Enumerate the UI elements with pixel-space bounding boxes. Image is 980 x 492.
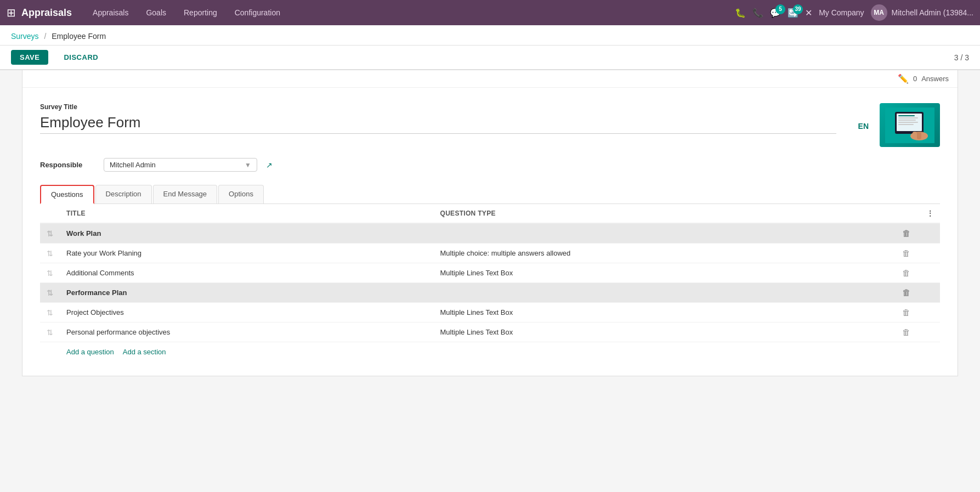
breadcrumb-bar: Surveys / Employee Form bbox=[0, 25, 980, 46]
drag-handle-icon[interactable]: ⇅ bbox=[47, 269, 53, 278]
drag-cell[interactable]: ⇅ bbox=[40, 283, 60, 303]
tab-end-message[interactable]: End Message bbox=[153, 185, 218, 203]
survey-header: Survey Title EN bbox=[40, 103, 940, 147]
answers-label: Answers bbox=[921, 75, 949, 83]
responsible-value: Mitchell Admin bbox=[110, 161, 240, 169]
delete-icon[interactable]: 🗑 bbox=[899, 267, 914, 279]
drag-cell[interactable]: ⇅ bbox=[40, 263, 60, 283]
question-type-cell: Multiple choice: multiple answers allowe… bbox=[434, 244, 892, 263]
svg-rect-3 bbox=[898, 115, 915, 116]
survey-thumbnail bbox=[880, 103, 940, 147]
section-more-cell bbox=[920, 223, 940, 244]
section-type-cell bbox=[434, 223, 892, 244]
tab-questions[interactable]: Questions bbox=[40, 185, 94, 204]
question-type-cell: Multiple Lines Text Box bbox=[434, 323, 892, 342]
top-menu: Appraisals Goals Reporting Configuration bbox=[85, 6, 735, 19]
question-more-cell bbox=[920, 303, 940, 323]
refresh-badge: 39 bbox=[793, 4, 803, 14]
breadcrumb-parent-link[interactable]: Surveys bbox=[11, 32, 39, 41]
drag-handle-icon[interactable]: ⇅ bbox=[47, 308, 53, 317]
drag-handle-icon[interactable]: ⇅ bbox=[47, 249, 53, 258]
survey-lang-button[interactable]: EN bbox=[858, 122, 869, 134]
responsible-label: Responsible bbox=[40, 161, 95, 169]
drag-handle-icon[interactable]: ⇅ bbox=[47, 328, 53, 337]
discard-button[interactable]: DISCARD bbox=[55, 50, 107, 65]
section-type-cell bbox=[434, 283, 892, 303]
drag-cell[interactable]: ⇅ bbox=[40, 223, 60, 244]
col-type-header: Question Type bbox=[434, 204, 892, 223]
tab-description[interactable]: Description bbox=[95, 185, 152, 203]
app-brand[interactable]: Appraisals bbox=[21, 7, 72, 19]
responsible-field[interactable]: Mitchell Admin ▼ bbox=[104, 158, 257, 172]
question-type-cell: Multiple Lines Text Box bbox=[434, 263, 892, 283]
save-button[interactable]: SAVE bbox=[11, 50, 48, 65]
table-row: ⇅ Rate your Work Planing Multiple choice… bbox=[40, 244, 940, 263]
svg-rect-4 bbox=[898, 117, 918, 118]
survey-title-section: Survey Title EN bbox=[40, 103, 869, 134]
chat-icon[interactable]: 💬 5 bbox=[770, 8, 781, 18]
answers-bar: ✏️ 0 Answers bbox=[22, 70, 958, 88]
nav-goals[interactable]: Goals bbox=[138, 6, 174, 19]
svg-rect-7 bbox=[898, 124, 914, 125]
section-title: Performance Plan bbox=[66, 289, 127, 297]
svg-rect-9 bbox=[913, 132, 917, 138]
question-title-cell[interactable]: Personal performance objectives bbox=[60, 323, 434, 342]
table-row: ⇅ Project Objectives Multiple Lines Text… bbox=[40, 303, 940, 323]
delete-icon[interactable]: 🗑 bbox=[899, 307, 914, 318]
nav-reporting[interactable]: Reporting bbox=[176, 6, 225, 19]
question-title-cell[interactable]: Project Objectives bbox=[60, 303, 434, 323]
drag-handle-icon[interactable]: ⇅ bbox=[47, 229, 53, 238]
add-question-link[interactable]: Add a question bbox=[66, 348, 114, 356]
question-title-cell[interactable]: Rate your Work Planing bbox=[60, 244, 434, 263]
svg-rect-5 bbox=[898, 120, 916, 121]
delete-icon[interactable]: 🗑 bbox=[899, 326, 914, 338]
svg-rect-6 bbox=[898, 122, 918, 123]
table-row: ⇅ Performance Plan 🗑 bbox=[40, 283, 940, 303]
col-delete-header bbox=[892, 204, 920, 223]
apps-grid-icon[interactable]: ⊞ bbox=[7, 6, 16, 19]
table-row: ⇅ Work Plan 🗑 bbox=[40, 223, 940, 244]
section-more-cell bbox=[920, 283, 940, 303]
answers-count: 0 bbox=[913, 75, 917, 83]
user-name: Mitchell Admin (13984... bbox=[892, 8, 973, 17]
survey-title-label: Survey Title bbox=[40, 103, 869, 111]
nav-configuration[interactable]: Configuration bbox=[227, 6, 288, 19]
drag-cell[interactable]: ⇅ bbox=[40, 323, 60, 342]
col-more-header: ⋮ bbox=[920, 204, 940, 223]
table-row: ⇅ Additional Comments Multiple Lines Tex… bbox=[40, 263, 940, 283]
question-more-cell bbox=[920, 244, 940, 263]
add-section-link[interactable]: Add a section bbox=[123, 348, 166, 356]
question-delete-cell: 🗑 bbox=[892, 244, 920, 263]
delete-icon[interactable]: 🗑 bbox=[899, 287, 914, 298]
delete-icon[interactable]: 🗑 bbox=[899, 247, 914, 259]
company-name[interactable]: My Company bbox=[819, 8, 864, 17]
nav-appraisals[interactable]: Appraisals bbox=[85, 6, 136, 19]
delete-icon[interactable]: 🗑 bbox=[899, 228, 914, 239]
add-links-row: Add a question Add a section bbox=[40, 342, 940, 360]
action-bar: SAVE DISCARD 3 / 3 bbox=[0, 46, 980, 70]
question-delete-cell: 🗑 bbox=[892, 303, 920, 323]
external-link-icon[interactable]: ↗ bbox=[266, 161, 273, 169]
drag-cell[interactable]: ⇅ bbox=[40, 244, 60, 263]
question-title-cell[interactable]: Additional Comments bbox=[60, 263, 434, 283]
survey-title-input[interactable] bbox=[40, 114, 836, 134]
refresh-icon[interactable]: 🔄 39 bbox=[788, 8, 798, 18]
user-menu[interactable]: MA Mitchell Admin (13984... bbox=[871, 4, 973, 21]
drag-cell[interactable]: ⇅ bbox=[40, 303, 60, 323]
svg-rect-10 bbox=[917, 132, 921, 139]
close-icon[interactable]: ✕ bbox=[805, 8, 812, 18]
pagination-indicator: 3 / 3 bbox=[954, 53, 969, 62]
edit-icon[interactable]: ✏️ bbox=[898, 73, 909, 84]
breadcrumb: Surveys / Employee Form bbox=[11, 32, 969, 41]
section-title: Work Plan bbox=[66, 229, 101, 237]
section-delete-cell: 🗑 bbox=[892, 223, 920, 244]
bug-icon[interactable]: 🐛 bbox=[735, 8, 746, 18]
section-delete-cell: 🗑 bbox=[892, 283, 920, 303]
question-delete-cell: 🗑 bbox=[892, 263, 920, 283]
user-avatar: MA bbox=[871, 4, 887, 21]
drag-handle-icon[interactable]: ⇅ bbox=[47, 289, 53, 297]
tab-options[interactable]: Options bbox=[218, 185, 264, 203]
answers-bar-inner: ✏️ 0 Answers bbox=[898, 73, 949, 84]
dropdown-arrow-icon: ▼ bbox=[245, 161, 251, 169]
phone-icon[interactable]: 📞 bbox=[752, 8, 763, 18]
